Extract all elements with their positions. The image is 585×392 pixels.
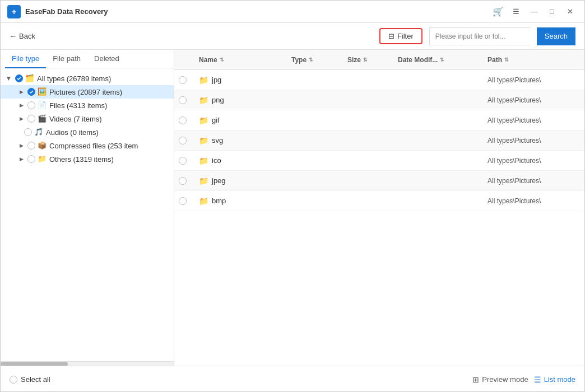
col-header-size: Size ⇅ (347, 56, 398, 64)
file-name-cell: 📁 jpeg (199, 176, 291, 185)
expand-arrow-icon[interactable]: ▶ (17, 88, 25, 96)
app-logo: + (7, 5, 21, 18)
tree-checkbox[interactable] (24, 128, 32, 136)
sidebar-tabs: File type File path Deleted (1, 50, 174, 68)
select-all-radio[interactable] (10, 376, 17, 384)
tree-item-label: Audios (0 items) (46, 128, 99, 137)
list-mode-button[interactable]: ☰ List mode (534, 375, 575, 384)
tree-item-videos[interactable]: ▶ 🎬 Videos (7 items) (1, 112, 174, 125)
tree-checkbox[interactable] (27, 155, 35, 163)
bottombar: Select all ⊞ Preview mode ☰ List mode (1, 366, 584, 392)
menu-icon[interactable]: ☰ (508, 4, 524, 20)
tree-checkbox[interactable] (27, 88, 35, 96)
files-icon: 📄 (38, 101, 47, 110)
select-all-area: Select all (10, 375, 467, 384)
expand-arrow-icon[interactable]: ▶ (17, 142, 25, 150)
select-all-label[interactable]: Select all (21, 375, 50, 384)
file-path: All types\Pictures\ (487, 137, 580, 144)
file-name-cell: 📁 bmp (199, 197, 291, 206)
tree-item-compressed[interactable]: ▶ 📦 Compressed files (253 item (1, 139, 174, 152)
row-radio[interactable] (179, 157, 187, 165)
compressed-icon: 📦 (38, 141, 47, 150)
sort-icon[interactable]: ⇅ (309, 57, 313, 63)
file-list: Name ⇅ Type ⇅ Size ⇅ Date Modif... ⇅ Pat… (174, 50, 584, 366)
app-title: EaseFab Data Recovery (25, 7, 490, 16)
sidebar-scrollbar-track[interactable] (1, 361, 174, 366)
tree-checkbox[interactable] (15, 74, 23, 82)
file-path: All types\Pictures\ (487, 157, 580, 165)
file-path: All types\Pictures\ (487, 197, 580, 205)
sort-icon[interactable]: ⇅ (220, 57, 224, 63)
folder-icon: 📁 (199, 136, 208, 145)
others-icon: 📁 (38, 155, 47, 164)
toolbar: ← Back ⊟ Filter Search (1, 23, 584, 50)
row-radio[interactable] (179, 116, 187, 124)
table-row[interactable]: 📁 bmp All types\Pictures\ (174, 191, 584, 211)
table-row[interactable]: 📁 png All types\Pictures\ (174, 90, 584, 110)
col-header-name: Name ⇅ (199, 56, 291, 64)
file-name-cell: 📁 svg (199, 136, 291, 145)
search-button[interactable]: Search (537, 27, 575, 45)
expand-arrow-icon[interactable]: ▶ (17, 101, 25, 109)
row-radio[interactable] (179, 137, 187, 144)
sidebar: File type File path Deleted ▶ 🗂️ All typ… (1, 50, 174, 366)
tab-deleted[interactable]: Deleted (87, 50, 126, 68)
folder-icon: 📁 (199, 197, 208, 206)
expand-arrow-icon[interactable]: ▶ (17, 115, 25, 123)
tree-item-audios[interactable]: 🎵 Audios (0 items) (1, 125, 174, 139)
filter-button[interactable]: ⊟ Filter (379, 28, 422, 44)
tree-checkbox[interactable] (27, 101, 35, 109)
sidebar-scrollbar-thumb[interactable] (1, 362, 68, 366)
sort-icon[interactable]: ⇅ (440, 57, 444, 63)
search-input[interactable] (429, 27, 530, 45)
tab-file-type[interactable]: File type (5, 50, 46, 68)
tree-checkbox[interactable] (27, 115, 35, 123)
file-name: svg (212, 136, 223, 144)
table-row[interactable]: 📁 svg All types\Pictures\ (174, 130, 584, 151)
file-name-cell: 📁 gif (199, 116, 291, 125)
minimize-button[interactable]: — (526, 4, 542, 20)
row-radio[interactable] (179, 76, 187, 84)
row-radio[interactable] (179, 177, 187, 185)
cart-icon[interactable]: 🛒 (490, 4, 506, 20)
back-button[interactable]: ← Back (10, 32, 35, 40)
main-content: File type File path Deleted ▶ 🗂️ All typ… (1, 50, 584, 366)
preview-mode-button[interactable]: ⊞ Preview mode (472, 375, 528, 384)
expand-arrow-icon[interactable]: ▶ (17, 155, 25, 163)
tree-checkbox[interactable] (27, 142, 35, 150)
table-row[interactable]: 📁 jpg All types\Pictures\ (174, 70, 584, 90)
audios-icon: 🎵 (34, 128, 43, 137)
folder-icon: 📁 (199, 76, 208, 85)
tree-item-files[interactable]: ▶ 📄 Files (4313 items) (1, 99, 174, 112)
close-button[interactable]: ✕ (562, 4, 578, 20)
tree-item-others[interactable]: ▶ 📁 Others (1319 items) (1, 152, 174, 166)
file-name: jpeg (212, 176, 226, 185)
file-path: All types\Pictures\ (487, 177, 580, 185)
file-path: All types\Pictures\ (487, 116, 580, 124)
row-radio[interactable] (179, 197, 187, 205)
table-row[interactable]: 📁 jpeg All types\Pictures\ (174, 171, 584, 191)
file-name: png (212, 96, 224, 104)
file-name: ico (212, 156, 221, 165)
tree-item-all-types[interactable]: ▶ 🗂️ All types (26789 items) (1, 72, 174, 85)
expand-arrow-icon[interactable]: ▶ (5, 74, 13, 82)
col-header-type: Type ⇅ (291, 56, 347, 64)
table-row[interactable]: 📁 gif All types\Pictures\ (174, 110, 584, 130)
file-path: All types\Pictures\ (487, 76, 580, 84)
tree-item-pictures[interactable]: ▶ 🖼️ Pictures (20897 items) (1, 85, 174, 99)
file-path: All types\Pictures\ (487, 96, 580, 104)
sort-icon[interactable]: ⇅ (504, 57, 509, 63)
tree-item-label: Videos (7 items) (49, 115, 102, 123)
file-name-cell: 📁 ico (199, 156, 291, 165)
row-radio[interactable] (179, 96, 187, 104)
folder-icon: 📁 (199, 156, 208, 165)
restore-button[interactable]: □ (544, 4, 560, 20)
folder-icon: 📁 (199, 176, 208, 185)
tab-file-path[interactable]: File path (46, 50, 87, 68)
table-row[interactable]: 📁 ico All types\Pictures\ (174, 151, 584, 171)
tree-item-label: Pictures (20897 items) (49, 88, 122, 96)
file-list-header: Name ⇅ Type ⇅ Size ⇅ Date Modif... ⇅ Pat… (174, 50, 584, 70)
back-label: Back (19, 32, 35, 40)
sort-icon[interactable]: ⇅ (363, 57, 368, 63)
filter-label: Filter (397, 32, 414, 40)
